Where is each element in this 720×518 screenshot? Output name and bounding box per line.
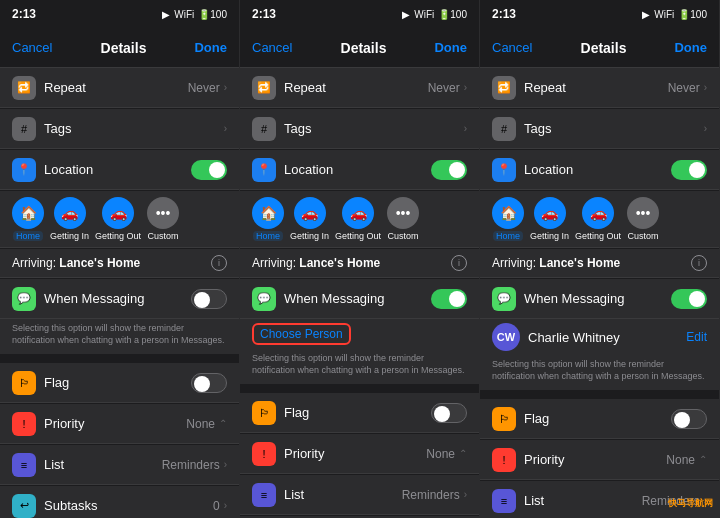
loc-item-home-2[interactable]: 🏠 Home bbox=[252, 197, 284, 241]
messaging-row-3[interactable]: 💬 When Messaging bbox=[480, 279, 719, 319]
messaging-toggle-3[interactable] bbox=[671, 289, 707, 309]
status-bar-2: 2:13 ▶ WiFi 🔋100 bbox=[240, 0, 479, 28]
loc-home-icon-2: 🏠 bbox=[252, 197, 284, 229]
cancel-button-1[interactable]: Cancel bbox=[12, 40, 52, 55]
loc-custom-label-2: Custom bbox=[388, 231, 419, 241]
messaging-desc-1: Selecting this option will show the remi… bbox=[0, 319, 239, 354]
location-row-1[interactable]: 📍 Location bbox=[0, 150, 239, 190]
location-label-3: Location bbox=[524, 162, 671, 177]
flag-label-2: Flag bbox=[284, 405, 431, 420]
loc-item-custom-2[interactable]: ••• Custom bbox=[387, 197, 419, 241]
priority-chevron-1: ⌃ bbox=[219, 418, 227, 429]
loc-item-getin-3[interactable]: 🚗 Getting In bbox=[530, 197, 569, 241]
done-button-3[interactable]: Done bbox=[674, 40, 707, 55]
battery-icon-2: 🔋100 bbox=[438, 9, 467, 20]
loc-item-custom-3[interactable]: ••• Custom bbox=[627, 197, 659, 241]
loc-item-custom-1[interactable]: ••• Custom bbox=[147, 197, 179, 241]
loc-item-getin-2[interactable]: 🚗 Getting In bbox=[290, 197, 329, 241]
repeat-label-1: Repeat bbox=[44, 80, 188, 95]
loc-item-home-1[interactable]: 🏠 Home bbox=[12, 197, 44, 241]
flag-toggle-1[interactable] bbox=[191, 373, 227, 393]
flag-row-3[interactable]: 🏳 Flag bbox=[480, 399, 719, 439]
tags-row-3[interactable]: # Tags › bbox=[480, 109, 719, 149]
signal-icon-2: ▶ bbox=[402, 9, 410, 20]
tags-row-2[interactable]: # Tags › bbox=[240, 109, 479, 149]
location-row-3[interactable]: 📍 Location bbox=[480, 150, 719, 190]
repeat-row-3[interactable]: 🔁 Repeat Never › bbox=[480, 68, 719, 108]
info-icon-1[interactable]: i bbox=[211, 255, 227, 271]
repeat-chevron-3: › bbox=[704, 82, 707, 93]
loc-getout-icon-2: 🚗 bbox=[342, 197, 374, 229]
repeat-value-1: Never bbox=[188, 81, 220, 95]
watermark: 快马导航网 bbox=[668, 497, 713, 510]
tags-label-3: Tags bbox=[524, 121, 704, 136]
subtasks-row-1[interactable]: ↩ Subtasks 0 › bbox=[0, 486, 239, 518]
status-icons-3: ▶ WiFi 🔋100 bbox=[642, 9, 707, 20]
info-icon-2[interactable]: i bbox=[451, 255, 467, 271]
loc-item-getin-1[interactable]: 🚗 Getting In bbox=[50, 197, 89, 241]
list-value-1: Reminders bbox=[162, 458, 220, 472]
done-button-1[interactable]: Done bbox=[194, 40, 227, 55]
repeat-row-2[interactable]: 🔁 Repeat Never › bbox=[240, 68, 479, 108]
messaging-toggle-knob-2 bbox=[449, 291, 465, 307]
list-row-2[interactable]: ≡ List Reminders › bbox=[240, 475, 479, 515]
subtasks-value-1: 0 bbox=[213, 499, 220, 513]
battery-icon-1: 🔋100 bbox=[198, 9, 227, 20]
location-toggle-2[interactable] bbox=[431, 160, 467, 180]
list-value-2: Reminders bbox=[402, 488, 460, 502]
info-icon-3[interactable]: i bbox=[691, 255, 707, 271]
messaging-section-2: 💬 When Messaging Choose Person Selecting… bbox=[240, 279, 479, 384]
choose-person-button[interactable]: Choose Person bbox=[252, 323, 351, 345]
loc-item-getout-2[interactable]: 🚗 Getting Out bbox=[335, 197, 381, 241]
done-button-2[interactable]: Done bbox=[434, 40, 467, 55]
loc-item-getout-3[interactable]: 🚗 Getting Out bbox=[575, 197, 621, 241]
flag-row-1[interactable]: 🏳 Flag bbox=[0, 363, 239, 403]
cancel-button-2[interactable]: Cancel bbox=[252, 40, 292, 55]
location-label-2: Location bbox=[284, 162, 431, 177]
priority-value-2: None bbox=[426, 447, 455, 461]
gap-1 bbox=[0, 355, 239, 363]
status-bar-3: 2:13 ▶ WiFi 🔋100 bbox=[480, 0, 719, 28]
messaging-section-1: 💬 When Messaging Selecting this option w… bbox=[0, 279, 239, 354]
nav-title-2: Details bbox=[341, 40, 387, 56]
priority-label-2: Priority bbox=[284, 446, 426, 461]
flag-toggle-2[interactable] bbox=[431, 403, 467, 423]
time-3: 2:13 bbox=[492, 7, 516, 21]
list-label-2: List bbox=[284, 487, 402, 502]
loc-item-getout-1[interactable]: 🚗 Getting Out bbox=[95, 197, 141, 241]
messaging-toggle-1[interactable] bbox=[191, 289, 227, 309]
priority-icon-2: ! bbox=[252, 442, 276, 466]
messaging-row-2[interactable]: 💬 When Messaging bbox=[240, 279, 479, 319]
repeat-row-1[interactable]: 🔁 Repeat Never › bbox=[0, 68, 239, 108]
loc-getin-label-1: Getting In bbox=[50, 231, 89, 241]
messaging-section-3: 💬 When Messaging CW Charlie Whitney Edit… bbox=[480, 279, 719, 390]
messaging-toggle-2[interactable] bbox=[431, 289, 467, 309]
loc-item-home-3[interactable]: 🏠 Home bbox=[492, 197, 524, 241]
wifi-icon-2: WiFi bbox=[414, 9, 434, 20]
toggle-knob-1 bbox=[209, 162, 225, 178]
repeat-icon-2: 🔁 bbox=[252, 76, 276, 100]
flag-row-2[interactable]: 🏳 Flag bbox=[240, 393, 479, 433]
priority-row-3[interactable]: ! Priority None ⌃ bbox=[480, 440, 719, 480]
location-row-2[interactable]: 📍 Location bbox=[240, 150, 479, 190]
person-row-3: CW Charlie Whitney Edit bbox=[480, 319, 719, 355]
cancel-button-3[interactable]: Cancel bbox=[492, 40, 532, 55]
list-row-1[interactable]: ≡ List Reminders › bbox=[0, 445, 239, 485]
priority-row-1[interactable]: ! Priority None ⌃ bbox=[0, 404, 239, 444]
edit-person-button-3[interactable]: Edit bbox=[686, 330, 707, 344]
priority-row-2[interactable]: ! Priority None ⌃ bbox=[240, 434, 479, 474]
tags-row-1[interactable]: # Tags › bbox=[0, 109, 239, 149]
messaging-row-1[interactable]: 💬 When Messaging bbox=[0, 279, 239, 319]
messaging-label-2: When Messaging bbox=[284, 291, 431, 306]
location-toggle-3[interactable] bbox=[671, 160, 707, 180]
flag-label-3: Flag bbox=[524, 411, 671, 426]
repeat-chevron-1: › bbox=[224, 82, 227, 93]
flag-toggle-3[interactable] bbox=[671, 409, 707, 429]
status-bar-1: 2:13 ▶ WiFi 🔋100 bbox=[0, 0, 239, 28]
location-toggle-1[interactable] bbox=[191, 160, 227, 180]
loc-getin-icon-1: 🚗 bbox=[54, 197, 86, 229]
loc-home-icon-3: 🏠 bbox=[492, 197, 524, 229]
toggle-knob-3 bbox=[689, 162, 705, 178]
arriving-row-3: Arriving: Lance's Home i bbox=[480, 249, 719, 278]
tags-icon-3: # bbox=[492, 117, 516, 141]
